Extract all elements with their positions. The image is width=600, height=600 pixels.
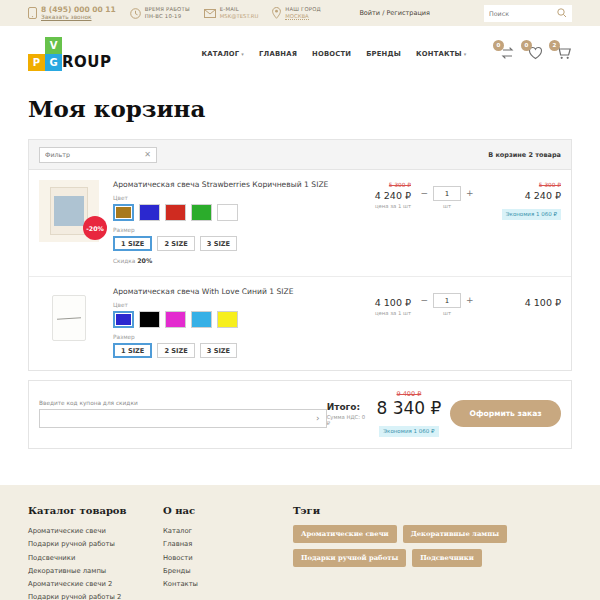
qty-increase-button[interactable]: + <box>466 189 474 198</box>
footer-link[interactable]: Ароматические свечи <box>28 525 163 538</box>
city-block: НАШ ГОРОД МОСКВА <box>272 6 321 20</box>
color-swatch[interactable] <box>165 204 186 221</box>
wishlist-button[interactable]: 0 <box>528 45 543 64</box>
size-label: Размер <box>113 227 343 233</box>
logo[interactable]: V P G ROUP <box>28 37 111 71</box>
logo-letter-v: V <box>45 37 62 54</box>
chevron-down-icon: ▾ <box>241 51 244 57</box>
checkout-button[interactable]: Оформить заказ <box>450 400 561 427</box>
discount-line: Скидка 20% <box>113 257 343 264</box>
hours-block: ВРЕМЯ РАБОТЫ ПН-ВС 10-19 <box>130 6 190 19</box>
qty-increase-button[interactable]: + <box>466 296 474 305</box>
color-swatch[interactable] <box>113 311 134 328</box>
color-swatch[interactable] <box>191 204 212 221</box>
footer-catalog-links: Ароматические свечи Подарки ручной работ… <box>28 525 163 600</box>
size-chip[interactable]: 1 SIZE <box>113 236 152 251</box>
unit-price: 4 100 ₽ <box>343 297 411 308</box>
qty-input[interactable] <box>433 293 461 308</box>
qty-input[interactable] <box>433 186 461 201</box>
search-icon[interactable] <box>557 8 567 18</box>
cart-item-row: -20% Ароматическая свеча Strawberries Ко… <box>29 170 571 276</box>
hours-value: ПН-ВС 10-19 <box>145 13 190 20</box>
nav-brands[interactable]: БРЕНДЫ <box>366 50 401 58</box>
candle-graphic <box>52 295 86 341</box>
nav-news[interactable]: НОВОСТИ <box>312 50 351 58</box>
footer-link[interactable]: Подсвечники <box>28 552 163 565</box>
nav-catalog[interactable]: КАТАЛОГ▾ <box>201 50 244 58</box>
unit-price-note: цена за 1 шт <box>343 310 411 316</box>
footer-link[interactable]: Новости <box>163 552 293 565</box>
qty-decrease-button[interactable]: − <box>420 296 428 305</box>
product-image[interactable] <box>39 287 99 349</box>
cart-item-row: Ароматическая свеча With Love Синий 1 SI… <box>29 276 571 370</box>
coupon-input[interactable] <box>46 414 316 422</box>
product-title-link[interactable]: Ароматическая свеча Strawberries Коричне… <box>113 180 343 189</box>
grand-total: 8 340 ₽ <box>376 398 441 418</box>
search-input[interactable] <box>489 10 557 17</box>
footer-link[interactable]: Ароматические свечи 2 <box>28 578 163 591</box>
cart-header: ✕ В корзине 2 товара <box>29 140 571 170</box>
size-chip[interactable]: 3 SIZE <box>200 236 237 251</box>
totals-block: Итого: Сумма НДС: 0 ₽ 9 400 ₽ 8 340 ₽ Эк… <box>327 390 561 437</box>
coupon-label: Введите код купона для скидки <box>39 400 327 406</box>
color-swatch[interactable] <box>139 204 160 221</box>
footer-link[interactable]: Подарки ручной работы 2 <box>28 591 163 600</box>
color-swatch[interactable] <box>165 311 186 328</box>
color-label: Цвет <box>113 302 343 308</box>
tag-button[interactable]: Декоративные лампы <box>403 525 507 543</box>
topbar: 8 (495) 000 00 11 Заказать звонок ВРЕМЯ … <box>0 0 600 26</box>
footer-about-links: Каталог Главная Новости Бренды Контакты <box>163 525 293 591</box>
tag-button[interactable]: Подарки ручной работы <box>293 549 406 567</box>
callback-link[interactable]: Заказать звонок <box>41 14 116 21</box>
chevron-down-icon: ▾ <box>464 51 467 57</box>
apply-coupon-icon[interactable]: › <box>316 413 320 423</box>
tag-button[interactable]: Ароматические свечи <box>293 525 397 543</box>
qty-decrease-button[interactable]: − <box>420 189 428 198</box>
color-swatch[interactable] <box>217 204 238 221</box>
coupon-block: Введите код купона для скидки › <box>39 400 327 428</box>
size-chip[interactable]: 2 SIZE <box>157 343 194 358</box>
cart-button[interactable]: 2 <box>556 45 572 64</box>
color-swatch[interactable] <box>139 311 160 328</box>
footer-link[interactable]: Подарки ручной работы <box>28 538 163 551</box>
email-value[interactable]: MSK@TEST.RU <box>220 13 259 20</box>
clear-filter-icon[interactable]: ✕ <box>144 151 151 159</box>
nav-contacts[interactable]: КОНТАКТЫ▾ <box>416 50 466 58</box>
color-swatches <box>113 311 343 328</box>
unit-price-column: 5 300 ₽ 4 240 ₽ цена за 1 шт <box>343 180 411 264</box>
map-pin-icon <box>272 7 281 19</box>
filter-input[interactable] <box>45 151 144 158</box>
login-register-link[interactable]: Войти / Регистрация <box>359 9 430 17</box>
header: V P G ROUP КАТАЛОГ▾ ГЛАВНАЯ НОВОСТИ БРЕН… <box>0 26 600 82</box>
search-box <box>484 5 572 22</box>
total-label: Итого: <box>327 402 368 412</box>
footer-link[interactable]: Декоративные лампы <box>28 565 163 578</box>
total-column: 5 300 ₽ 4 240 ₽ Экономия 1 060 ₽ <box>483 180 561 264</box>
city-value[interactable]: МОСКВА <box>285 13 308 21</box>
color-swatch[interactable] <box>191 311 212 328</box>
main-nav: КАТАЛОГ▾ ГЛАВНАЯ НОВОСТИ БРЕНДЫ КОНТАКТЫ… <box>201 50 466 58</box>
cart-badge: 2 <box>549 40 560 51</box>
nav-home[interactable]: ГЛАВНАЯ <box>259 50 297 58</box>
email-block: E-MAIL MSK@TEST.RU <box>204 6 259 19</box>
product-title-link[interactable]: Ароматическая свеча With Love Синий 1 SI… <box>113 287 343 296</box>
footer-link[interactable]: Главная <box>163 538 293 551</box>
product-image[interactable]: -20% <box>39 180 99 242</box>
filter-box: ✕ <box>39 147 157 163</box>
phone-number: 8 (495) 000 00 11 <box>41 5 116 14</box>
color-swatch[interactable] <box>113 204 134 221</box>
quantity-column: − + шт <box>411 287 483 358</box>
size-chip[interactable]: 3 SIZE <box>200 343 237 358</box>
quantity-column: − + шт <box>411 180 483 264</box>
size-chip[interactable]: 2 SIZE <box>157 236 194 251</box>
footer-link[interactable]: Бренды <box>163 565 293 578</box>
compare-button[interactable]: 0 <box>500 45 515 64</box>
footer-catalog-column: Каталог товаров Ароматические свечи Пода… <box>28 505 163 600</box>
page-title: Моя корзина <box>28 95 572 122</box>
footer-link[interactable]: Каталог <box>163 525 293 538</box>
size-chip[interactable]: 1 SIZE <box>113 343 152 358</box>
color-swatch[interactable] <box>217 311 238 328</box>
tag-button[interactable]: Подсвечники <box>412 549 482 567</box>
footer-link[interactable]: Контакты <box>163 578 293 591</box>
product-details: Ароматическая свеча With Love Синий 1 SI… <box>99 287 343 358</box>
